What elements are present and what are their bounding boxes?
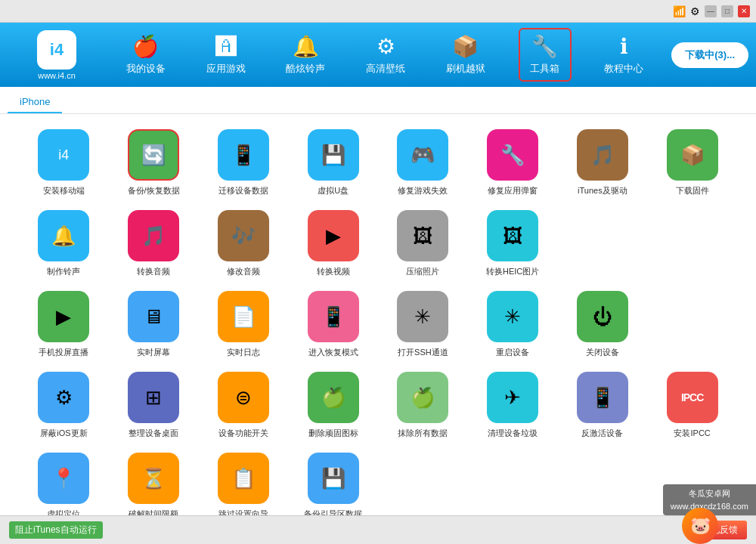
tool-item-real-screen[interactable]: 🖥实时屏幕 [113, 291, 195, 358]
convert-video-label: 转换视频 [317, 266, 350, 277]
app-game-icon: 🅰 [215, 34, 237, 59]
real-log-icon: 📄 [231, 305, 256, 329]
avatar: 🐷 [682, 508, 718, 544]
logo-text: i4 [50, 40, 64, 60]
tool-item-backup-restore[interactable]: 🔄备份/恢复数据 [113, 129, 195, 196]
tool-item-backup-boot-sector[interactable]: 💾备份引导区数据 [292, 453, 374, 515]
tab-iphone[interactable]: iPhone [8, 91, 62, 113]
itunes-driver-label: iTunes及驱动 [578, 185, 627, 196]
organize-desktop-icon: ⊞ [145, 386, 162, 410]
migrate-data-icon: 📱 [231, 144, 256, 167]
tool-item-fake-location[interactable]: 📍虚拟定位 [23, 453, 105, 515]
tool-item-modify-audio[interactable]: 🎶修改音频 [203, 210, 285, 277]
fix-game-label: 修复游戏失效 [398, 185, 448, 196]
toolbox-label: 工具箱 [530, 62, 559, 76]
tool-item-make-ringtone[interactable]: 🔔制作铃声 [23, 210, 105, 277]
compress-photo-icon-wrap: 🖼 [397, 210, 448, 261]
skip-setup-label: 跳过设置向导 [218, 508, 268, 515]
empty5 [472, 453, 554, 515]
jailbreak-icon: 📦 [452, 34, 479, 59]
nav-item-app-game[interactable]: 🅰应用游戏 [199, 29, 253, 80]
install-ipcc-icon: IPCC [681, 391, 703, 403]
tool-item-device-func-switch[interactable]: ⊜设备功能开关 [203, 372, 285, 439]
restart-device-icon-wrap: ✳ [487, 291, 538, 342]
tool-item-download-firmware[interactable]: 📦下载固件 [651, 129, 733, 196]
real-log-icon-wrap: 📄 [218, 291, 269, 342]
break-time-limit-icon-wrap: ⏳ [128, 453, 179, 504]
break-time-limit-label: 破解时间限额 [129, 508, 178, 515]
make-ringtone-icon: 🔔 [51, 224, 76, 248]
nav-item-my-device[interactable]: 🍎我的设备 [119, 29, 173, 80]
nav-item-wallpaper[interactable]: ⚙高清壁纸 [358, 29, 413, 80]
real-log-label: 实时日志 [227, 347, 260, 358]
logo-url: www.i4.cn [38, 71, 76, 80]
deactivate-device-icon-wrap: 📱 [577, 372, 628, 423]
tool-item-install-ipcc[interactable]: IPCC安装IPCC [651, 372, 733, 439]
recovery-mode-icon-wrap: 📱 [308, 291, 359, 342]
settings-icon: ⚙ [690, 5, 700, 17]
skip-setup-icon-wrap: 📋 [218, 453, 269, 504]
tool-item-itunes-driver[interactable]: 🎵iTunes及驱动 [562, 129, 644, 196]
recovery-mode-label: 进入恢复模式 [308, 347, 358, 358]
tool-item-shutdown-device[interactable]: ⏻关闭设备 [562, 291, 644, 358]
install-app-label: 安装移动端 [43, 185, 85, 196]
tool-item-open-ssh[interactable]: ✳打开SSH通道 [382, 291, 464, 358]
nav-item-ringtone[interactable]: 🔔酷炫铃声 [278, 29, 333, 80]
tool-item-block-ios-update[interactable]: ⚙屏蔽iOS更新 [23, 372, 105, 439]
empty4 [382, 453, 464, 515]
tool-item-screen-cast[interactable]: ▶手机投屏直播 [23, 291, 105, 358]
logo-box: i4 [37, 30, 76, 70]
maximize-button[interactable]: □ [721, 5, 733, 17]
tool-item-virtual-udisk[interactable]: 💾虚拟U盘 [292, 129, 374, 196]
minimize-button[interactable]: — [705, 5, 717, 17]
download-firmware-icon: 📦 [680, 144, 705, 167]
tool-item-install-app[interactable]: i4安装移动端 [23, 129, 105, 196]
screen-cast-icon: ▶ [56, 305, 71, 329]
nav-item-toolbox[interactable]: 🔧工具箱 [519, 28, 572, 82]
tool-item-break-time-limit[interactable]: ⏳破解时间限额 [113, 453, 195, 515]
my-device-icon: 🍎 [132, 34, 159, 59]
tool-item-fix-game[interactable]: 🎮修复游戏失效 [382, 129, 464, 196]
virtual-udisk-icon-wrap: 💾 [308, 129, 359, 181]
block-ios-update-icon-wrap: ⚙ [38, 372, 89, 423]
nav-item-jailbreak[interactable]: 📦刷机越狱 [438, 29, 493, 80]
close-button[interactable]: ✕ [738, 5, 750, 17]
open-ssh-icon-wrap: ✳ [397, 291, 448, 342]
migrate-data-icon-wrap: 📱 [218, 129, 269, 181]
tool-item-convert-video[interactable]: ▶转换视频 [292, 210, 374, 277]
convert-heic-icon-wrap: 🖼 [487, 210, 538, 261]
tool-item-delete-stubborn-icon[interactable]: 🍏删除顽固图标 [292, 372, 374, 439]
fix-game-icon: 🎮 [411, 144, 435, 167]
tool-item-convert-heic[interactable]: 🖼转换HEIC图片 [472, 210, 554, 277]
tool-item-recovery-mode[interactable]: 📱进入恢复模式 [292, 291, 374, 358]
tool-item-clean-junk[interactable]: ✈清理设备垃圾 [472, 372, 554, 439]
delete-stubborn-icon-label: 删除顽固图标 [308, 428, 358, 439]
tool-item-convert-audio[interactable]: 🎵转换音频 [113, 210, 195, 277]
main-content: i4安装移动端🔄备份/恢复数据📱迁移设备数据💾虚拟U盘🎮修复游戏失效🔧修复应用弹… [0, 114, 756, 515]
block-ios-update-label: 屏蔽iOS更新 [40, 428, 87, 439]
shutdown-device-icon-wrap: ⏻ [577, 291, 628, 342]
nav-item-tutorial[interactable]: ℹ教程中心 [596, 29, 651, 80]
convert-heic-icon: 🖼 [503, 224, 522, 248]
device-func-switch-icon-wrap: ⊜ [218, 372, 269, 423]
tool-item-fix-popup[interactable]: 🔧修复应用弹窗 [472, 129, 554, 196]
toolbox-icon: 🔧 [531, 34, 558, 59]
backup-restore-icon: 🔄 [141, 144, 166, 167]
backup-boot-sector-label: 备份引导区数据 [304, 508, 362, 515]
tool-item-erase-all-data[interactable]: 🍏抹除所有数据 [382, 372, 464, 439]
tool-item-restart-device[interactable]: ✳重启设备 [472, 291, 554, 358]
modify-audio-label: 修改音频 [227, 266, 260, 277]
organize-desktop-icon-wrap: ⊞ [128, 372, 179, 423]
shutdown-device-label: 关闭设备 [586, 347, 619, 358]
recovery-mode-icon: 📱 [321, 305, 345, 329]
tool-item-migrate-data[interactable]: 📱迁移设备数据 [203, 129, 285, 196]
itunes-badge[interactable]: 阻止iTunes自动运行 [9, 521, 103, 539]
tool-item-deactivate-device[interactable]: 📱反激活设备 [562, 372, 644, 439]
install-app-icon-wrap: i4 [38, 129, 89, 181]
tool-item-organize-desktop[interactable]: ⊞整理设备桌面 [113, 372, 195, 439]
download-button[interactable]: 下载中(3)... [671, 42, 748, 68]
tool-item-real-log[interactable]: 📄实时日志 [203, 291, 285, 358]
tool-item-skip-setup[interactable]: 📋跳过设置向导 [203, 453, 285, 515]
modify-audio-icon: 🎶 [231, 224, 256, 248]
tool-item-compress-photo[interactable]: 🖼压缩照片 [382, 210, 464, 277]
